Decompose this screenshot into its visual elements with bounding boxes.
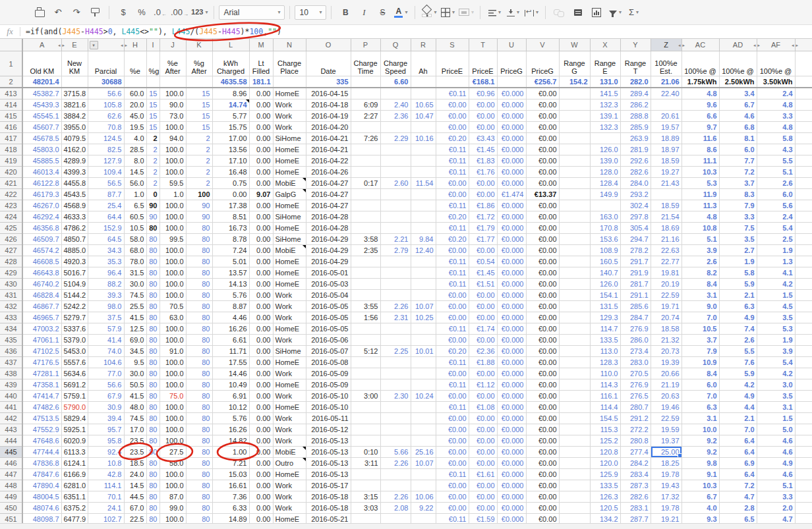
cell[interactable]: €0.000 (497, 122, 526, 133)
row-header-431[interactable]: 431 (0, 290, 22, 301)
cell[interactable]: 10.25 (411, 312, 436, 323)
cell[interactable]: 153.6 (590, 234, 620, 245)
cell[interactable]: 16.61 (212, 480, 249, 491)
cell[interactable]: €0.000 (497, 256, 526, 267)
cell[interactable]: 100.0 (160, 357, 186, 368)
cell[interactable] (590, 133, 620, 144)
cell[interactable]: 104.6 (88, 357, 124, 368)
cell[interactable]: €0.00 (526, 458, 559, 469)
cell[interactable]: 289.4 (620, 88, 651, 99)
cell[interactable]: 5.3 (682, 178, 719, 189)
cell[interactable]: 18.89 (651, 133, 682, 144)
cell[interactable]: 95.8 (88, 435, 124, 447)
borders-icon[interactable]: ▾ (438, 5, 457, 20)
cell[interactable]: 10.8 (682, 223, 719, 234)
row-header-2[interactable]: 2 (0, 76, 22, 88)
cell[interactable]: 10.0 (682, 424, 719, 435)
cell[interactable]: €0.11 (436, 155, 469, 167)
cell[interactable]: 23.5 (124, 435, 146, 447)
cell[interactable]: 4633.3 (61, 211, 88, 223)
cell[interactable]: 100.0 (160, 144, 186, 155)
cell[interactable]: €0.00 (436, 368, 469, 379)
cell[interactable]: 18.25 (651, 458, 682, 469)
row-header-427[interactable]: 427 (0, 245, 22, 256)
cell[interactable]: 108.9 (590, 245, 620, 256)
cell[interactable]: 100.0 (160, 379, 186, 391)
cell[interactable] (559, 279, 590, 290)
cell[interactable]: 5.1 (757, 167, 795, 178)
cell[interactable]: 80 (186, 335, 212, 346)
cell[interactable]: 0.75 (212, 178, 249, 189)
cell[interactable]: 8.6 (682, 144, 719, 155)
cell[interactable]: 120.0 (590, 458, 620, 469)
cell[interactable]: 48074.6 (22, 503, 61, 514)
cell[interactable] (559, 200, 590, 211)
cell[interactable]: 14.46 (212, 368, 249, 379)
cell[interactable]: 283.0 (620, 357, 651, 368)
cell[interactable]: 113.0 (590, 346, 620, 357)
cell[interactable]: 20.63 (651, 391, 682, 402)
cell[interactable]: 305.4 (620, 223, 651, 234)
cell[interactable]: 100 (186, 189, 212, 200)
increase-decimals-icon[interactable]: .00→ (169, 5, 190, 20)
cell[interactable]: 2016-05-17 (306, 480, 351, 491)
cell[interactable]: 2016-04-27 (306, 200, 351, 211)
cell[interactable]: 10.5 (682, 323, 719, 335)
summary-cell[interactable] (160, 76, 186, 88)
cell[interactable]: 5.4 (757, 223, 795, 234)
cell[interactable]: €1.45 (469, 267, 497, 279)
cell[interactable]: 64.4 (88, 211, 124, 223)
cell[interactable] (559, 402, 590, 413)
cell[interactable]: €0.00 (526, 178, 559, 189)
cell[interactable] (380, 368, 411, 379)
cell[interactable]: 5.66 (380, 447, 411, 458)
cell[interactable]: €0.00 (436, 245, 469, 256)
column-header-N[interactable]: N (273, 39, 306, 51)
cell[interactable]: 0.00 (249, 413, 273, 424)
cell[interactable]: €0.00 (526, 346, 559, 357)
font-size-select[interactable]: 10▾ (295, 5, 326, 20)
row-header-424[interactable]: 424 (0, 211, 22, 223)
cell[interactable]: 284.0 (620, 178, 651, 189)
cell[interactable]: 4289.9 (61, 155, 88, 167)
cell[interactable]: 80 (146, 480, 160, 491)
cell[interactable]: €0.000 (497, 88, 526, 99)
row-header-438[interactable]: 438 (0, 368, 22, 379)
cell[interactable]: €0.000 (497, 234, 526, 245)
cell[interactable]: 17.38 (212, 200, 249, 211)
cell[interactable]: 24.1 (88, 503, 124, 514)
cell[interactable]: 133.5 (590, 335, 620, 346)
cell[interactable]: 3.1 (682, 413, 719, 424)
cell[interactable] (559, 413, 590, 424)
cell[interactable]: 139.1 (590, 111, 620, 122)
cell[interactable]: 50.5 (124, 379, 146, 391)
cell[interactable]: 1.00 (212, 447, 249, 458)
cell[interactable]: 5.8 (757, 133, 795, 144)
formula-input[interactable]: =if(and(J445-H445>0, L445<>""), L445/(J4… (26, 27, 281, 36)
cell[interactable]: 80 (146, 335, 160, 346)
cell[interactable]: 7.5 (719, 223, 757, 234)
cell[interactable]: €0.00 (526, 122, 559, 133)
cell[interactable]: €1.474 (497, 189, 526, 200)
cell[interactable]: 13.56 (212, 144, 249, 155)
cell[interactable]: €1.51 (469, 279, 497, 290)
cell[interactable] (411, 189, 436, 200)
cell[interactable]: 100.0 (160, 267, 186, 279)
cell[interactable]: 0.00 (249, 491, 273, 503)
cell[interactable]: 10.3 (682, 167, 719, 178)
cell[interactable]: 127.9 (88, 155, 124, 167)
format-percent-icon[interactable]: % (132, 5, 151, 20)
column-header-U[interactable]: U (497, 39, 526, 51)
cell[interactable]: 8.51 (212, 211, 249, 223)
row-header-430[interactable]: 430 (0, 279, 22, 290)
hidden-cols-left-arrow-icon[interactable]: ◂ (678, 43, 681, 48)
cell[interactable] (411, 279, 436, 290)
cell[interactable]: 0.00 (249, 99, 273, 111)
cell[interactable]: 0.00 (249, 144, 273, 155)
cell[interactable]: 60.5 (124, 211, 146, 223)
cell[interactable]: 2.1 (719, 290, 757, 301)
cell[interactable]: 3.9 (757, 346, 795, 357)
cell[interactable]: 11.1 (682, 155, 719, 167)
cell[interactable]: 15 (146, 122, 160, 133)
cell[interactable]: 5759.1 (61, 391, 88, 402)
